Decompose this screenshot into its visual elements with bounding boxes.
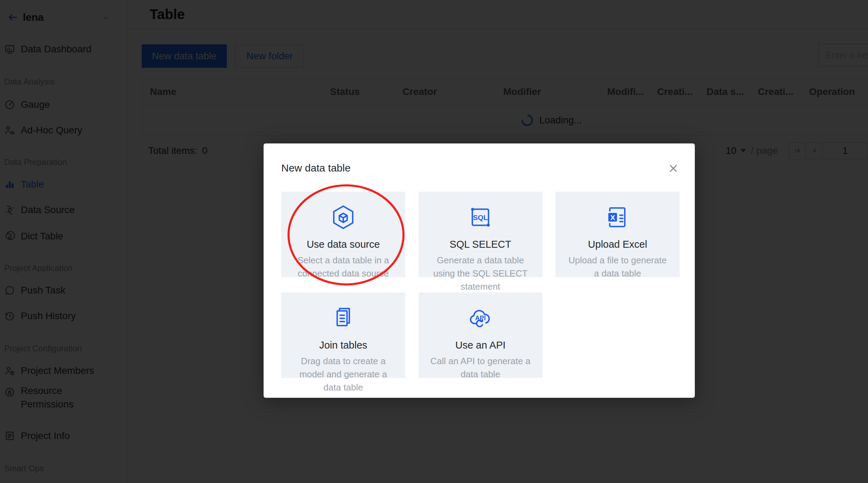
card-join-tables[interactable]: Join tables Drag data to create a model … — [281, 292, 405, 378]
api-icon: API — [467, 304, 494, 332]
close-icon[interactable] — [667, 162, 680, 175]
card-title: Join tables — [319, 340, 367, 351]
sql-icon: SQL — [467, 203, 494, 231]
card-sql-select[interactable]: SQL SQL SELECT Generate a data table usi… — [418, 192, 542, 277]
card-desc: Call an API to generate a data table — [418, 354, 542, 381]
card-use-an-api[interactable]: API Use an API Call an API to generate a… — [418, 292, 542, 378]
card-desc: Drag data to create a model and generate… — [281, 354, 405, 394]
card-use-data-source[interactable]: Use data source Select a data table in a… — [281, 192, 405, 277]
card-title: Use an API — [455, 340, 505, 351]
card-title: Upload Excel — [588, 239, 647, 250]
modal-title: New data table — [281, 162, 351, 174]
data-source-cube-icon — [329, 203, 357, 231]
join-tables-icon — [329, 304, 357, 332]
card-desc: Select a data table in a connected data … — [281, 254, 405, 280]
card-desc: Generate a data table using the SQL SELE… — [418, 254, 542, 293]
card-upload-excel[interactable]: X Upload Excel Upload a file to generate… — [556, 192, 680, 277]
sql-icon-label: SQL — [473, 213, 488, 221]
card-title: SQL SELECT — [450, 239, 511, 250]
new-data-table-modal: New data table Use data source Select a … — [264, 143, 695, 398]
card-desc: Upload a file to generate a data table — [556, 254, 680, 280]
excel-icon: X — [604, 203, 631, 231]
modal-cards: Use data source Select a data table in a… — [281, 192, 683, 378]
card-title: Use data source — [307, 239, 380, 250]
excel-icon-label: X — [610, 213, 615, 221]
api-icon-label: API — [475, 314, 486, 322]
